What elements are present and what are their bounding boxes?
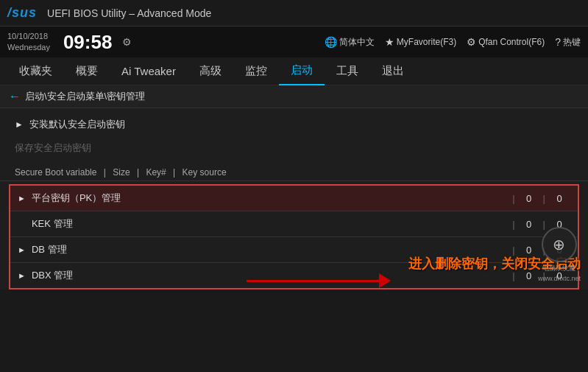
nav-item-tools[interactable]: 工具 [325, 57, 370, 85]
save-key-item: 保存安全启动密钥 [0, 136, 588, 160]
nav-item-exit[interactable]: 退出 [370, 57, 416, 85]
watermark-line1: 电脑系统魔 [542, 264, 575, 273]
arrow-head-icon [379, 273, 391, 288]
qfan-tool[interactable]: ⚙ Qfan Control(F6) [467, 36, 545, 48]
qfan-icon: ⚙ [467, 36, 476, 48]
pk-arrow-icon: ► [18, 194, 26, 203]
date-display: 10/10/2018 [7, 31, 50, 42]
db-arrow-icon: ► [18, 245, 26, 254]
nav-item-favorites[interactable]: 收藏夹 [7, 57, 64, 85]
myfavorite-tool[interactable]: ★ MyFavorite(F3) [385, 36, 456, 48]
table-header: Secure Boot variable | Size | Key# | Key… [0, 164, 588, 181]
nav-bar: 收藏夹 概要 Ai Tweaker 高级 监控 启动 工具 退出 [0, 57, 588, 85]
kek-size: 0 [518, 219, 540, 230]
db-size: 0 [518, 245, 540, 256]
kek-row[interactable]: ► KEK 管理 | 0 | 0 [10, 211, 578, 237]
pk-size: 0 [518, 193, 540, 204]
dbx-arrow-icon: ► [18, 271, 26, 280]
install-key-arrow-icon: ► [15, 119, 24, 130]
back-arrow-icon[interactable]: ← [9, 90, 21, 103]
language-icon: 🌐 [325, 36, 337, 48]
nav-item-advanced[interactable]: 高级 [188, 57, 233, 85]
nav-item-boot[interactable]: 启动 [279, 57, 325, 85]
settings-gear-icon[interactable]: ⚙ [122, 36, 132, 48]
annotation-arrow [247, 273, 391, 288]
favorite-icon: ★ [385, 36, 394, 48]
nav-item-overview[interactable]: 概要 [64, 57, 110, 85]
hotkey-tool[interactable]: ? 热键 [555, 36, 581, 49]
col-header-name: Secure Boot variable | Size | Key# | Key… [15, 167, 573, 178]
asus-logo: /sus [7, 5, 37, 21]
install-key-label: 安装默认安全启动密钥 [29, 118, 125, 131]
menu-section: ► 安装默认安全启动密钥 保存安全启动密钥 [0, 108, 588, 164]
breadcrumb-text: 启动\安全启动菜单\密钥管理 [25, 90, 145, 103]
top-tools: 🌐 简体中文 ★ MyFavorite(F3) ⚙ Qfan Control(F… [325, 36, 581, 49]
kek-name: KEK 管理 [32, 217, 509, 231]
watermark-line2: www.dnxtc.net [538, 275, 581, 282]
pk-name: 平台密钥（PK）管理 [32, 192, 509, 205]
bios-title: UEFI BIOS Utility – Advanced Mode [47, 7, 581, 19]
top-bar: /sus UEFI BIOS Utility – Advanced Mode [0, 0, 588, 27]
breadcrumb: ← 启动\安全启动菜单\密钥管理 [0, 85, 588, 108]
install-key-item[interactable]: ► 安装默认安全启动密钥 [0, 113, 588, 136]
pk-keynum: 0 [548, 193, 570, 204]
day-display: Wednesday [7, 42, 50, 53]
nav-item-monitor[interactable]: 监控 [233, 57, 279, 85]
language-tool[interactable]: 🌐 简体中文 [325, 36, 375, 49]
arrow-line [247, 280, 379, 282]
datetime-bar: 10/10/2018 Wednesday 09:58 ⚙ 🌐 简体中文 ★ My… [0, 27, 588, 57]
content-area: ← 启动\安全启动菜单\密钥管理 ► 安装默认安全启动密钥 保存安全启动密钥 S… [0, 85, 588, 289]
watermark: ⊕ 电脑系统魔 www.dnxtc.net [538, 227, 581, 282]
save-key-label: 保存安全启动密钥 [15, 141, 91, 155]
time-display: 09:58 [63, 31, 113, 54]
nav-item-ai-tweaker[interactable]: Ai Tweaker [110, 57, 188, 85]
watermark-logo-icon: ⊕ [542, 227, 577, 262]
help-icon: ? [555, 36, 561, 48]
pk-row[interactable]: ► 平台密钥（PK）管理 | 0 | 0 [10, 186, 578, 211]
